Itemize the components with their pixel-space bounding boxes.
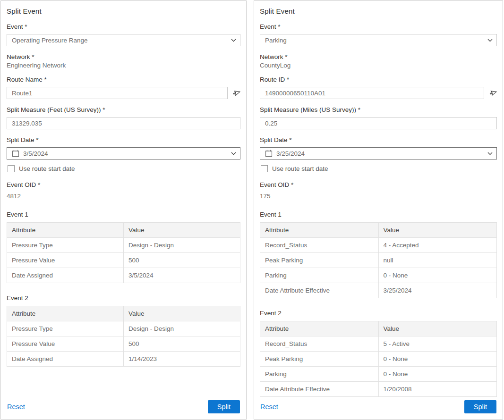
event-oid-label: Event OID *	[7, 181, 240, 188]
attribute-cell: Record_Status	[260, 336, 379, 352]
event2-table: Attribute Value Pressure Type Design - D…	[7, 306, 240, 367]
network-label: Network *	[260, 53, 497, 60]
event-oid-label: Event OID *	[260, 181, 497, 188]
route-row	[7, 87, 240, 99]
table-row: Parking 0 - None	[260, 367, 497, 382]
attribute-column-header: Attribute	[260, 321, 379, 336]
table-row: Pressure Type Design - Design	[7, 321, 240, 336]
use-route-start-date-row: Use route start date	[261, 165, 497, 172]
value-cell: 4 - Accepted	[378, 238, 497, 253]
network-label: Network *	[7, 53, 240, 60]
value-cell: 5 - Active	[378, 336, 497, 352]
value-column-header: Value	[124, 306, 240, 321]
date-picker[interactable]: 3/5/2024	[7, 147, 240, 160]
table-row: Pressure Value 500	[7, 336, 240, 352]
reset-link[interactable]: Reset	[7, 403, 25, 411]
event-label: Event *	[7, 23, 240, 30]
attribute-cell: Parking	[260, 268, 379, 283]
table-row: Date Attribute Effective 1/20/2008	[260, 382, 497, 397]
event1-section-title: Event 1	[7, 211, 240, 218]
calendar-icon	[12, 150, 19, 157]
table-row: Pressure Value 500	[7, 253, 240, 268]
attribute-cell: Pressure Type	[7, 321, 124, 336]
value-cell: 1/20/2008	[378, 382, 497, 397]
value-cell: 3/5/2024	[124, 268, 240, 283]
value-cell: 1/14/2023	[124, 352, 240, 367]
value-cell: 0 - None	[378, 352, 497, 367]
panel-footer: Reset Split	[260, 400, 496, 413]
select-on-map-button[interactable]	[488, 89, 497, 97]
table-row: Record_Status 5 - Active	[260, 336, 497, 352]
panel-title: Split Event	[7, 7, 240, 15]
date-value: 3/5/2024	[23, 150, 48, 157]
attribute-cell: Pressure Type	[7, 238, 124, 253]
use-route-start-date-checkbox[interactable]	[261, 165, 268, 172]
use-route-start-date-label: Use route start date	[19, 165, 75, 172]
attribute-cell: Peak Parking	[260, 253, 379, 268]
table-header-row: Attribute Value	[260, 321, 497, 336]
measure-label: Split Measure (Miles (US Survey)) *	[260, 106, 497, 113]
attribute-column-header: Attribute	[7, 306, 124, 321]
table-row: Peak Parking null	[260, 253, 497, 268]
event1-table: Attribute Value Record_Status 4 - Accept…	[260, 222, 497, 298]
table-row: Pressure Type Design - Design	[7, 238, 240, 253]
event2-section-title: Event 2	[7, 294, 240, 302]
table-row: Date Assigned 1/14/2023	[7, 352, 240, 367]
event2-section-title: Event 2	[260, 310, 497, 317]
value-column-header: Value	[378, 321, 497, 336]
split-event-panel-parking: Split Event Event * Parking Network * Co…	[254, 0, 503, 420]
value-cell: 3/25/2024	[378, 283, 497, 298]
chevron-down-icon	[487, 152, 493, 155]
table-header-row: Attribute Value	[7, 306, 240, 321]
date-label: Split Date *	[7, 136, 240, 143]
network-value: Engineering Network	[7, 62, 240, 69]
chevron-down-icon	[231, 152, 236, 155]
value-cell: Design - Design	[124, 321, 240, 336]
table-header-row: Attribute Value	[260, 223, 497, 238]
route-label: Route Name *	[7, 76, 240, 83]
attribute-column-header: Attribute	[260, 223, 379, 238]
select-on-map-button[interactable]	[232, 89, 240, 97]
value-cell: 0 - None	[378, 367, 497, 382]
table-row: Parking 0 - None	[260, 268, 497, 283]
panel-title: Split Event	[260, 7, 497, 15]
route-label: Route ID *	[260, 76, 497, 83]
route-input[interactable]	[260, 87, 484, 99]
event-select-value: Operating Pressure Range	[12, 37, 88, 44]
split-event-panels: Split Event Event * Operating Pressure R…	[0, 0, 504, 420]
event-oid-value: 4812	[7, 193, 240, 200]
use-route-start-date-label: Use route start date	[272, 165, 328, 172]
date-picker[interactable]: 3/25/2024	[260, 147, 497, 160]
attribute-cell: Date Attribute Effective	[260, 382, 379, 397]
measure-input[interactable]	[7, 117, 240, 129]
table-row: Record_Status 4 - Accepted	[260, 238, 497, 253]
measure-input[interactable]	[260, 117, 497, 129]
reset-link[interactable]: Reset	[260, 403, 278, 411]
use-route-start-date-checkbox[interactable]	[8, 165, 15, 172]
event-select[interactable]: Operating Pressure Range	[7, 34, 240, 46]
network-value: CountyLog	[260, 62, 497, 69]
attribute-column-header: Attribute	[7, 223, 124, 238]
route-input[interactable]	[7, 87, 228, 99]
attribute-cell: Parking	[260, 367, 379, 382]
chevron-down-icon	[231, 39, 236, 42]
event-label: Event *	[260, 23, 497, 30]
table-row: Peak Parking 0 - None	[260, 352, 497, 367]
calendar-icon	[265, 150, 273, 157]
split-button[interactable]: Split	[208, 400, 240, 413]
table-row: Date Assigned 3/5/2024	[7, 268, 240, 283]
split-button[interactable]: Split	[464, 400, 496, 413]
measure-label: Split Measure (Feet (US Survey)) *	[7, 106, 240, 113]
split-event-panel-pressure: Split Event Event * Operating Pressure R…	[0, 0, 247, 420]
event-select-value: Parking	[265, 37, 287, 44]
event-select[interactable]: Parking	[260, 34, 497, 46]
chevron-down-icon	[487, 39, 493, 42]
use-route-start-date-row: Use route start date	[8, 165, 240, 172]
attribute-cell: Peak Parking	[260, 352, 379, 367]
value-cell: 500	[124, 336, 240, 352]
event1-table: Attribute Value Pressure Type Design - D…	[7, 222, 240, 283]
event-oid-value: 175	[260, 193, 497, 200]
event2-table: Attribute Value Record_Status 5 - Active…	[260, 321, 497, 397]
attribute-cell: Date Assigned	[7, 268, 124, 283]
map-pointer-icon	[232, 89, 240, 97]
